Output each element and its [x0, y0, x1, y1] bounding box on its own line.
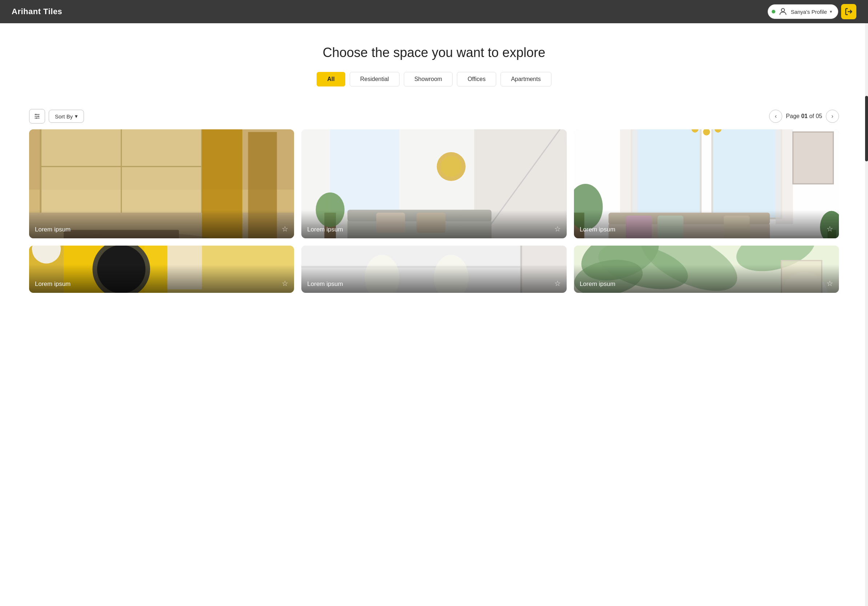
- exit-icon: [845, 8, 853, 15]
- profile-label: Sanya's Profile: [790, 9, 827, 15]
- svg-rect-39: [631, 129, 701, 218]
- card-1-label: Lorem ipsum: [35, 226, 71, 233]
- toolbar: Sort By ▾ ‹ Page 01 of 05 ›: [0, 97, 868, 129]
- card-4-favorite[interactable]: ☆: [282, 279, 288, 288]
- brand-title: Arihant Tiles: [12, 7, 62, 16]
- sort-button[interactable]: Sort By ▾: [49, 110, 84, 123]
- filter-tab-apartments[interactable]: Apartments: [501, 72, 552, 87]
- card-5-favorite[interactable]: ☆: [554, 279, 561, 288]
- card-3-favorite[interactable]: ☆: [826, 224, 833, 233]
- card-5-overlay: Lorem ipsum ☆: [301, 264, 566, 293]
- filter-icon-button[interactable]: [29, 109, 45, 124]
- card-6-overlay: Lorem ipsum ☆: [574, 264, 839, 293]
- sort-label: Sort By: [55, 113, 73, 119]
- filter-tabs: All Residential Showroom Offices Apartme…: [7, 72, 861, 87]
- card-6-favorite[interactable]: ☆: [826, 279, 833, 288]
- card-1-favorite[interactable]: ☆: [282, 224, 288, 233]
- svg-point-0: [781, 8, 785, 12]
- card-5-label: Lorem ipsum: [307, 280, 343, 288]
- card-5[interactable]: Lorem ipsum ☆: [301, 246, 566, 293]
- card-6[interactable]: Lorem ipsum ☆: [574, 246, 839, 293]
- image-grid: Lorem ipsum ☆: [29, 129, 839, 293]
- card-2[interactable]: Lorem ipsum ☆: [301, 129, 566, 238]
- card-2-favorite[interactable]: ☆: [554, 224, 561, 233]
- page-current: 01: [801, 113, 808, 119]
- scrollbar-thumb[interactable]: [865, 96, 868, 161]
- card-3-label: Lorem ipsum: [580, 226, 615, 233]
- svg-point-34: [441, 156, 462, 177]
- toolbar-left: Sort By ▾: [29, 109, 84, 124]
- svg-rect-62: [793, 132, 833, 184]
- card-6-label: Lorem ipsum: [580, 280, 615, 288]
- navbar-right: Sanya's Profile ▾: [768, 4, 856, 19]
- chevron-down-icon: ▾: [830, 9, 832, 14]
- filter-tab-showroom[interactable]: Showroom: [404, 72, 453, 87]
- svg-point-7: [36, 117, 37, 118]
- filter-tab-all[interactable]: All: [316, 72, 345, 87]
- profile-button[interactable]: Sanya's Profile ▾: [768, 5, 838, 19]
- svg-point-5: [38, 116, 39, 117]
- card-4[interactable]: Lorem ipsum ☆: [29, 246, 294, 293]
- prev-page-button[interactable]: ‹: [769, 110, 782, 123]
- page-info: Page 01 of 05: [786, 113, 822, 119]
- svg-point-3: [35, 114, 36, 115]
- card-2-label: Lorem ipsum: [307, 226, 343, 233]
- sort-chevron-icon: ▾: [75, 113, 78, 119]
- navbar: Arihant Tiles Sanya's Profile ▾: [0, 0, 868, 23]
- image-grid-section: Lorem ipsum ☆: [0, 129, 868, 308]
- next-page-button[interactable]: ›: [826, 110, 839, 123]
- sliders-icon: [33, 113, 41, 120]
- hero-title: Choose the space you want to explore: [7, 45, 861, 60]
- card-2-overlay: Lorem ipsum ☆: [301, 210, 566, 238]
- card-4-overlay: Lorem ipsum ☆: [29, 264, 294, 293]
- online-indicator: [772, 10, 775, 14]
- card-3-overlay: Lorem ipsum ☆: [574, 210, 839, 238]
- card-4-label: Lorem ipsum: [35, 280, 71, 288]
- filter-tab-offices[interactable]: Offices: [457, 72, 496, 87]
- svg-rect-40: [712, 129, 781, 218]
- page-total: 05: [816, 113, 822, 119]
- user-icon: [778, 7, 788, 16]
- card-1-overlay: Lorem ipsum ☆: [29, 210, 294, 238]
- logout-button[interactable]: [841, 4, 856, 19]
- card-1[interactable]: Lorem ipsum ☆: [29, 129, 294, 238]
- scrollbar-track: [865, 23, 868, 308]
- toolbar-right: ‹ Page 01 of 05 ›: [769, 110, 839, 123]
- hero-section: Choose the space you want to explore All…: [0, 23, 868, 97]
- card-3[interactable]: Lorem ipsum ☆: [574, 129, 839, 238]
- filter-tab-residential[interactable]: Residential: [350, 72, 400, 87]
